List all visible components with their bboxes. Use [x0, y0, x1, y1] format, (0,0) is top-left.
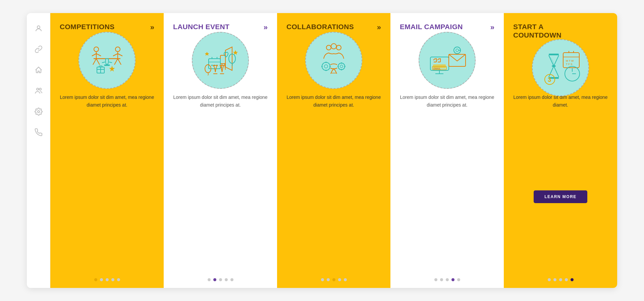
card-countdown-header: START A COUNTDOWN	[504, 13, 617, 87]
dot-3	[106, 278, 109, 281]
svg-line-10	[96, 59, 100, 65]
card-email-title: EMAIL CAMPAIGN	[400, 22, 463, 31]
svg-point-43	[322, 62, 330, 70]
svg-point-11	[115, 47, 120, 52]
dot-2	[440, 278, 443, 281]
svg-marker-23	[109, 66, 115, 71]
card-competitions-body: Lorem ipsum dolor sit dim amet, mea regi…	[50, 87, 164, 288]
svg-text:M T W: M T W	[566, 59, 574, 62]
cards-area: COMPETITIONS »	[50, 13, 617, 288]
card-collaborations-header: COLLABORATIONS »	[277, 13, 390, 87]
svg-point-44	[324, 65, 328, 68]
dot-1	[321, 278, 324, 281]
svg-rect-24	[220, 55, 225, 64]
card-collaborations: COLLABORATIONS »	[277, 13, 390, 288]
card-email-body: Lorem ipsum dolor sit dim amet, mea regi…	[390, 87, 504, 288]
countdown-circle: M T W T F S 3	[532, 39, 589, 96]
email-icon: EMAIL	[424, 40, 471, 80]
svg-point-49	[338, 63, 345, 70]
learn-more-button[interactable]: LEARN MORE	[534, 190, 587, 203]
launch-icon	[199, 40, 242, 80]
collaboration-circle	[305, 32, 362, 89]
svg-line-19	[109, 62, 112, 63]
card-launch: LAUNCH EVENT »	[164, 13, 277, 288]
sidebar-icon-gear[interactable]	[33, 106, 44, 117]
dot-5	[117, 278, 120, 281]
card-countdown-body: Lorem ipsum dolor sit dim amet, mea regi…	[504, 87, 617, 288]
dot-5	[457, 278, 460, 281]
countdown-icon: M T W T F S 3	[537, 48, 584, 88]
svg-point-50	[340, 65, 343, 68]
card-competitions-illustration	[60, 32, 154, 89]
svg-point-0	[37, 26, 40, 28]
svg-line-15	[114, 59, 118, 65]
card-launch-title: LAUNCH EVENT	[173, 22, 229, 31]
card-countdown: START A COUNTDOWN	[504, 13, 617, 288]
dot-1	[208, 278, 211, 281]
sidebar-icon-user[interactable]	[33, 23, 44, 34]
svg-point-70	[552, 65, 556, 67]
svg-text:EMAIL: EMAIL	[433, 67, 441, 70]
svg-point-31	[211, 65, 213, 66]
svg-point-3	[38, 111, 40, 113]
svg-point-42	[336, 45, 341, 50]
sidebar-icon-phone[interactable]	[33, 127, 44, 138]
svg-marker-35	[205, 52, 209, 56]
dot-5	[230, 278, 233, 281]
card-competitions-dots	[60, 278, 154, 281]
svg-point-1	[37, 88, 39, 90]
card-email-illustration: EMAIL	[400, 32, 494, 89]
svg-point-41	[331, 44, 336, 49]
svg-line-14	[118, 54, 122, 56]
card-email-dots	[400, 278, 494, 281]
svg-line-13	[113, 54, 118, 56]
card-collaborations-chevron: »	[377, 23, 381, 32]
card-email: EMAIL CAMPAIGN »	[390, 13, 504, 288]
collaboration-icon	[312, 40, 356, 80]
main-container: COMPETITIONS »	[27, 13, 617, 288]
card-competitions: COMPETITIONS »	[50, 13, 164, 288]
card-launch-body: Lorem ipsum dolor sit dim amet, mea regi…	[164, 87, 277, 288]
card-collaborations-title: COLLABORATIONS	[286, 22, 354, 31]
svg-line-9	[93, 59, 96, 65]
dot-4	[565, 278, 568, 281]
svg-point-64	[456, 49, 459, 52]
card-collaborations-illustration	[286, 32, 381, 89]
competition-circle	[78, 32, 136, 89]
svg-line-16	[118, 59, 121, 65]
dot-4	[338, 278, 341, 281]
card-launch-illustration	[173, 32, 268, 89]
dot-4-active	[451, 278, 454, 281]
launch-circle	[192, 32, 249, 89]
dot-3	[446, 278, 449, 281]
card-countdown-illustration: M T W T F S 3	[513, 39, 608, 96]
card-email-desc: Lorem ipsum dolor sit dim amet, mea regi…	[400, 94, 494, 109]
svg-point-40	[326, 45, 331, 50]
card-launch-desc: Lorem ipsum dolor sit dim amet, mea regi…	[173, 94, 268, 109]
dot-5-active	[571, 278, 574, 281]
dot-2-active	[213, 278, 216, 281]
card-competitions-desc: Lorem ipsum dolor sit dim amet, mea regi…	[60, 94, 154, 109]
svg-line-8	[96, 54, 101, 56]
card-competitions-chevron: »	[150, 23, 154, 32]
sidebar-icon-link[interactable]	[33, 44, 44, 55]
dot-1	[548, 278, 551, 281]
dot-3-active	[332, 278, 335, 281]
card-email-header: EMAIL CAMPAIGN »	[390, 13, 504, 87]
email-circle: EMAIL	[419, 32, 476, 89]
dot-4	[111, 278, 114, 281]
sidebar-icon-home[interactable]	[33, 65, 44, 75]
dot-2	[553, 278, 556, 281]
sidebar-icon-group[interactable]	[33, 85, 44, 96]
svg-text:T F S: T F S	[566, 63, 572, 66]
card-launch-dots	[173, 278, 268, 281]
dot-2	[100, 278, 103, 281]
card-competitions-title: COMPETITIONS	[60, 22, 114, 31]
svg-marker-34	[233, 50, 238, 55]
svg-text:3: 3	[548, 76, 551, 83]
dot-1-active	[94, 278, 97, 281]
svg-line-18	[102, 62, 105, 63]
dot-3	[219, 278, 222, 281]
card-launch-header: LAUNCH EVENT »	[164, 13, 277, 87]
svg-point-2	[39, 88, 41, 90]
